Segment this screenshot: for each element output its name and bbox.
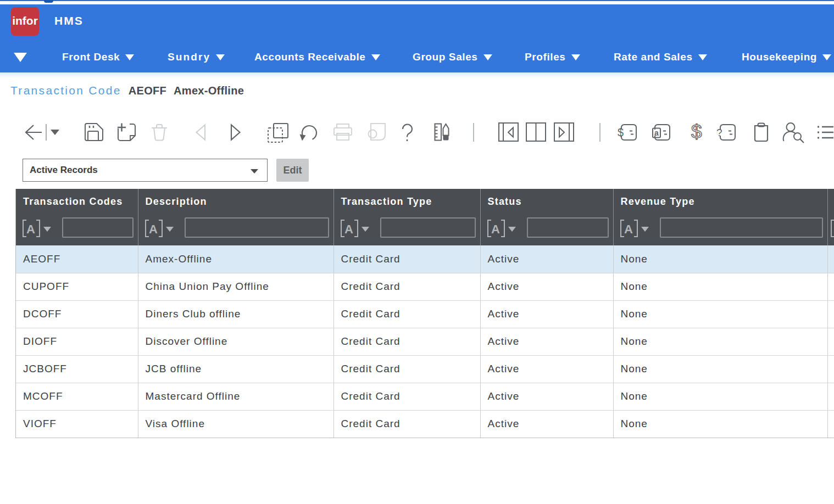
svg-text:A: A bbox=[149, 222, 158, 236]
svg-text:A: A bbox=[491, 222, 500, 236]
svg-text:$: $ bbox=[691, 121, 702, 142]
svg-text:$: $ bbox=[618, 126, 624, 138]
svg-text:a: a bbox=[654, 128, 659, 137]
svg-text:A: A bbox=[26, 222, 35, 236]
svg-text:A: A bbox=[344, 222, 353, 236]
svg-text:?: ? bbox=[716, 127, 722, 138]
svg-text:A: A bbox=[624, 222, 633, 236]
